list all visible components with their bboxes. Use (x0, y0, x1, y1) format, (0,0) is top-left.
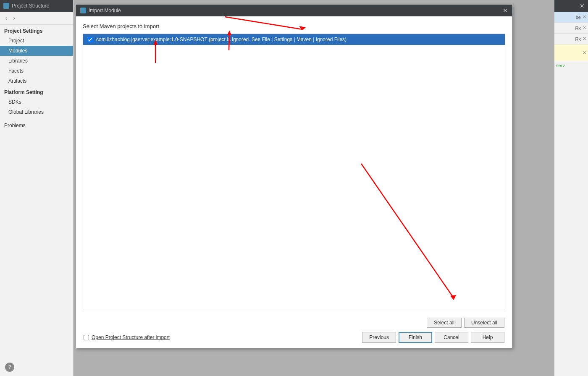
rsp-section-1-close[interactable]: ✕ (583, 14, 586, 20)
select-all-button[interactable]: Select all (427, 318, 462, 328)
forward-button[interactable]: › (11, 13, 18, 23)
dialog-title-bar: Import Module ✕ (76, 5, 512, 16)
footer-select-buttons: Select all Unselect all (83, 318, 505, 328)
dialog-body: Select Maven projects to import com.lizh… (76, 16, 512, 348)
project-structure-title-bar: Project Structure (0, 0, 73, 12)
dialog-instruction: Select Maven projects to import (83, 23, 505, 29)
maven-project-checkbox[interactable] (87, 37, 93, 42)
sidebar-item-facets[interactable]: Facets (0, 66, 73, 76)
project-settings-header: Project Settings (0, 25, 73, 36)
rsp-section-1-label: be (576, 15, 581, 20)
maven-project-item[interactable]: com.lizhaoblog.jgserver:example:1.0-SNAP… (83, 34, 505, 45)
project-structure-title: Project Structure (12, 3, 49, 9)
import-module-dialog: Import Module ✕ Select Maven projects to… (76, 4, 512, 348)
sidebar-item-artifacts[interactable]: Artifacts (0, 76, 73, 86)
project-structure-sidebar: Project Structure ‹ › Project Settings P… (0, 0, 74, 376)
rsp-section-3-label: Rx (575, 37, 581, 42)
rsp-close-button[interactable]: ✕ (580, 3, 585, 9)
maven-project-list: com.lizhaoblog.jgserver:example:1.0-SNAP… (83, 34, 505, 309)
back-button[interactable]: ‹ (3, 13, 10, 23)
intellij-icon (3, 3, 9, 9)
open-project-section: Open Project Structure after import (84, 334, 170, 340)
dialog-footer: Select all Unselect all Open Project Str… (83, 314, 505, 348)
footer-bottom: Open Project Structure after import Prev… (83, 332, 505, 343)
rsp-section-4: ✕ (554, 44, 588, 61)
previous-button[interactable]: Previous (362, 332, 396, 343)
help-dialog-button[interactable]: Help (471, 332, 504, 343)
sidebar-item-sdks[interactable]: SDKs (0, 97, 73, 107)
rsp-section-4-close[interactable]: ✕ (583, 50, 586, 55)
maven-project-label: com.lizhaoblog.jgserver:example:1.0-SNAP… (96, 37, 346, 42)
rsp-section-1: be ✕ (554, 12, 588, 23)
rsp-section-3: Rx ✕ (554, 34, 588, 44)
right-side-panel: ✕ be ✕ Rx ✕ Rx ✕ ✕ serv (554, 0, 588, 376)
cancel-button[interactable]: Cancel (435, 332, 468, 343)
dialog-action-buttons: Previous Finish Cancel Help (362, 332, 504, 343)
dialog-overlay: Import Module ✕ Select Maven projects to… (74, 0, 554, 376)
open-project-label: Open Project Structure after import (92, 334, 170, 340)
sidebar-item-libraries[interactable]: Libraries (0, 56, 73, 66)
sidebar-item-problems[interactable]: Problems (0, 120, 73, 131)
dialog-intellij-icon (80, 8, 86, 13)
rsp-section-3-close[interactable]: ✕ (583, 36, 586, 42)
help-button[interactable]: ? (5, 363, 14, 372)
dialog-close-button[interactable]: ✕ (503, 7, 508, 14)
sidebar-item-global-libraries[interactable]: Global Libraries (0, 107, 73, 117)
finish-button[interactable]: Finish (399, 332, 432, 343)
unselect-all-button[interactable]: Unselect all (464, 318, 504, 328)
dialog-title-left: Import Module (80, 8, 121, 13)
rsp-green-text: serv (554, 61, 588, 70)
rsp-section-2-close[interactable]: ✕ (583, 25, 586, 31)
open-project-structure-checkbox[interactable] (84, 335, 89, 340)
sidebar-item-project[interactable]: Project (0, 36, 73, 46)
sidebar-item-modules[interactable]: Modules (0, 46, 73, 56)
rsp-section-2: Rx ✕ (554, 23, 588, 34)
open-project-checkbox-wrapper: Open Project Structure after import (84, 334, 170, 340)
ps-navigation: ‹ › (0, 12, 73, 25)
rsp-title-bar: ✕ (554, 0, 588, 12)
dialog-title-text: Import Module (89, 8, 121, 13)
platform-setting-header: Platform Setting (0, 86, 73, 97)
rsp-section-2-label: Rx (575, 26, 581, 31)
